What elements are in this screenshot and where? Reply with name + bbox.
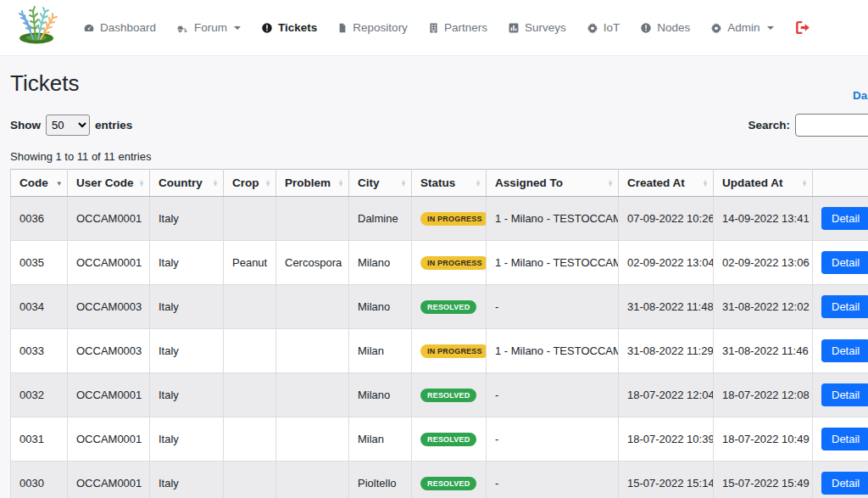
nav-item-dashboard[interactable]: Dashboard: [83, 21, 156, 34]
cell-updated-at: 31-08-2022 11:46: [714, 329, 813, 373]
navbar-menu: DashboardForumTicketsRepositoryPartnersS…: [83, 21, 774, 34]
detail-button[interactable]: Detail: [821, 428, 868, 450]
nav-item-surveys[interactable]: Surveys: [508, 21, 566, 34]
cell-assigned-to: 1 - Milano - TESTOCCAM: [487, 197, 619, 241]
status-badge: RESOLVED: [420, 477, 476, 490]
cell-country: Italy: [150, 285, 224, 329]
column-header-label: User Code: [76, 176, 134, 189]
gear-icon: [710, 22, 722, 34]
detail-button[interactable]: Detail: [821, 295, 868, 318]
cell-user-code: OCCAM0001: [68, 462, 150, 498]
status-badge: IN PROGRESS: [420, 344, 487, 358]
cell-crop: [224, 329, 276, 373]
poll-chart-icon: [508, 22, 520, 34]
status-badge: IN PROGRESS: [420, 212, 487, 226]
column-header-label: Status: [420, 176, 455, 189]
main-content: Da Tickets Show 50 entries Search: Showi…: [0, 70, 868, 498]
sort-desc-icon: ▾: [57, 181, 61, 185]
column-header-label: Updated At: [722, 176, 783, 189]
nav-item-label: Surveys: [525, 21, 566, 34]
cell-created-at: 31-08-2022 11:29: [619, 329, 714, 373]
cell-actions: Detail: [813, 417, 868, 462]
column-header-crop[interactable]: Crop▴▾: [224, 170, 276, 197]
show-label: Show: [10, 119, 41, 131]
nav-item-label: Forum: [194, 21, 227, 34]
table-row: 0034OCCAM0003ItalyMilanoRESOLVED-31-08-2…: [11, 285, 868, 329]
table-controls: Show 50 entries Search:: [10, 114, 858, 137]
cell-city: Milano: [349, 241, 412, 285]
table-row: 0032OCCAM0001ItalyMilanoRESOLVED-18-07-2…: [11, 373, 868, 417]
detail-button[interactable]: Detail: [821, 339, 868, 362]
cell-created-at: 18-07-2022 12:04: [619, 373, 714, 417]
cell-user-code: OCCAM0003: [68, 329, 150, 373]
cell-assigned-to: -: [487, 462, 619, 498]
column-header-problem[interactable]: Problem▴▾: [276, 170, 349, 197]
column-header-updated-at[interactable]: Updated At▴▾: [714, 170, 813, 197]
nav-item-repository[interactable]: Repository: [337, 21, 408, 34]
page-length-select[interactable]: 50: [46, 115, 90, 136]
cell-problem: [276, 417, 349, 462]
info-circle-icon: [261, 22, 273, 34]
nav-item-label: Repository: [353, 21, 408, 34]
nav-item-iot[interactable]: IoT: [587, 21, 620, 34]
cell-updated-at: 15-07-2022 15:49: [714, 462, 813, 498]
detail-button[interactable]: Detail: [821, 472, 868, 495]
cell-assigned-to: 1 - Milano - TESTOCCAM: [487, 241, 619, 285]
cell-code: 0033: [11, 329, 68, 373]
nav-item-admin[interactable]: Admin: [710, 21, 773, 34]
sort-both-icon: ▴▾: [140, 179, 143, 187]
cell-problem: [276, 462, 349, 498]
table-row: 0031OCCAM0001ItalyMilanRESOLVED-18-07-20…: [11, 417, 868, 462]
cell-country: Italy: [150, 373, 224, 417]
cell-actions: Detail: [813, 285, 868, 329]
detail-button[interactable]: Detail: [821, 251, 868, 274]
column-header-user-code[interactable]: User Code▴▾: [68, 170, 150, 197]
column-header-actions: [813, 170, 868, 197]
cell-user-code: OCCAM0001: [68, 373, 150, 417]
sort-both-icon: ▴▾: [402, 179, 405, 187]
table-row: 0030OCCAM0001ItalyPioltelloRESOLVED-15-0…: [11, 462, 868, 498]
column-header-country[interactable]: Country▴▾: [150, 170, 224, 197]
cell-problem: Cercospora: [276, 241, 349, 285]
nav-item-nodes[interactable]: Nodes: [640, 21, 690, 34]
column-header-assigned-to[interactable]: Assigned To▴▾: [487, 170, 619, 197]
tractor-icon: [176, 22, 189, 34]
cell-updated-at: 02-09-2022 13:06: [714, 241, 813, 285]
nav-item-forum[interactable]: Forum: [176, 21, 241, 34]
cell-user-code: OCCAM0001: [68, 417, 150, 462]
cell-code: 0034: [11, 285, 68, 329]
cell-code: 0036: [11, 197, 68, 241]
search-input[interactable]: [795, 114, 868, 137]
info-circle-icon: [640, 22, 652, 34]
cell-actions: Detail: [813, 329, 868, 373]
detail-button[interactable]: Detail: [821, 207, 868, 230]
column-header-city[interactable]: City▴▾: [349, 170, 412, 197]
nav-item-label: IoT: [604, 21, 620, 34]
page-title: Tickets: [10, 70, 858, 97]
cell-code: 0031: [11, 417, 68, 462]
sort-both-icon: ▴▾: [214, 179, 217, 187]
nav-item-label: Tickets: [278, 21, 317, 34]
cell-assigned-to: 1 - Milano - TESTOCCAM: [487, 329, 619, 373]
cell-actions: Detail: [813, 373, 868, 417]
navbar: DashboardForumTicketsRepositoryPartnersS…: [0, 0, 868, 56]
column-header-created-at[interactable]: Created At▴▾: [619, 170, 714, 197]
column-header-code[interactable]: Code▾: [11, 170, 68, 197]
column-header-label: Problem: [285, 176, 331, 189]
top-right-link[interactable]: Da: [853, 89, 867, 102]
nav-item-tickets[interactable]: Tickets: [261, 21, 317, 34]
cell-status: RESOLVED: [412, 373, 487, 417]
nav-item-label: Nodes: [657, 21, 690, 34]
cell-city: Milan: [349, 417, 412, 462]
nav-item-partners[interactable]: Partners: [428, 21, 487, 34]
cell-country: Italy: [150, 462, 224, 498]
app-logo[interactable]: [12, 4, 61, 52]
cell-status: RESOLVED: [412, 417, 487, 462]
sign-out-icon[interactable]: [794, 20, 810, 36]
column-header-status[interactable]: Status▴▾: [412, 170, 487, 197]
cell-assigned-to: -: [487, 373, 619, 417]
column-header-label: Crop: [232, 176, 259, 189]
cell-crop: [224, 462, 276, 498]
detail-button[interactable]: Detail: [821, 383, 868, 406]
gear-icon: [587, 22, 598, 34]
